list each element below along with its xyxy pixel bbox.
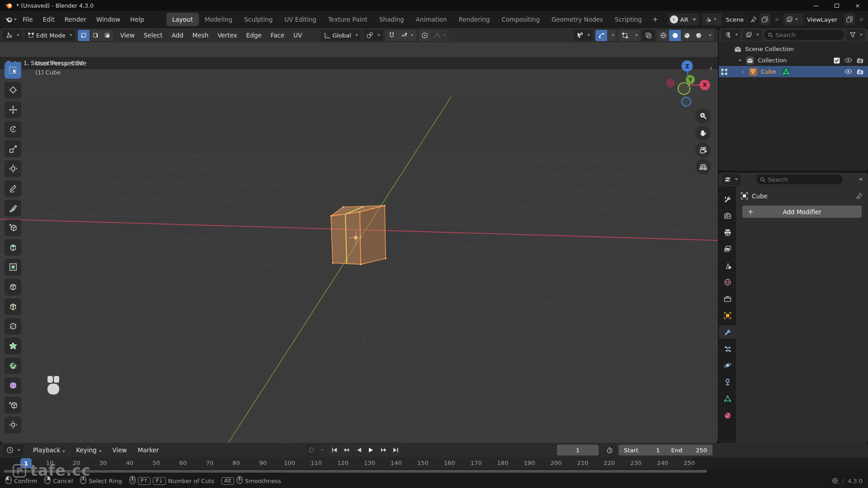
orthographic-toggle-button[interactable]: [695, 159, 711, 174]
proportional-falloff-button[interactable]: [431, 30, 449, 41]
rotate-tool-button[interactable]: [5, 121, 21, 138]
timeline-ruler[interactable]: 1020304050607080901001101201301401501601…: [0, 457, 868, 469]
view-layer-name[interactable]: ViewLayer: [803, 14, 841, 25]
main-menu-edit[interactable]: Edit: [38, 16, 60, 23]
workspace-tab-uv-editing[interactable]: UV Editing: [278, 11, 322, 28]
bevel-tool-button[interactable]: [5, 279, 21, 296]
play-button[interactable]: [365, 444, 377, 456]
loop-cut-tool-button[interactable]: [5, 298, 21, 315]
properties-tab-object[interactable]: [720, 309, 735, 323]
view-layer-selector[interactable]: ViewLayer: [783, 14, 841, 25]
workspace-tab-texture-paint[interactable]: Texture Paint: [322, 11, 373, 28]
properties-tab-collection[interactable]: [720, 292, 735, 306]
hide-eye-icon[interactable]: [844, 58, 852, 63]
auto-keying-chevron[interactable]: [321, 449, 324, 451]
gizmo-dropdown[interactable]: [607, 30, 616, 41]
transform-tool-button[interactable]: [5, 160, 21, 177]
rendered-shading-button[interactable]: [693, 30, 704, 41]
properties-search-input[interactable]: [768, 176, 839, 183]
properties-tab-object-data[interactable]: [720, 392, 735, 406]
knife-tool-button[interactable]: [5, 318, 21, 335]
outliner-filter-button[interactable]: [847, 29, 865, 41]
overlays-dropdown[interactable]: [631, 30, 640, 41]
vertex-select-button[interactable]: [78, 30, 90, 41]
scrollbar-thumb[interactable]: [4, 470, 707, 473]
timeline-menu-marker[interactable]: Marker: [132, 446, 165, 454]
workspace-tab-animation[interactable]: Animation: [410, 11, 453, 28]
network-globe-icon[interactable]: 1: [831, 478, 839, 484]
gizmo-neg-y-axis[interactable]: [678, 83, 690, 94]
properties-tab-particles[interactable]: [720, 342, 735, 356]
pin-icon[interactable]: [750, 16, 757, 23]
annotate-tool-button[interactable]: [5, 180, 21, 197]
show-overlays-button[interactable]: [619, 30, 631, 41]
workspace-tab-shading[interactable]: Shading: [373, 11, 410, 28]
new-view-layer-button[interactable]: [844, 14, 855, 25]
jump-to-start-button[interactable]: [329, 444, 341, 456]
selectability-visibility-dropdown[interactable]: [574, 30, 593, 41]
properties-tab-view-layer[interactable]: [720, 242, 735, 256]
auto-keying-button[interactable]: [306, 444, 317, 456]
viewport-menu-uv[interactable]: UV: [289, 32, 307, 39]
workspace-tab-scripting[interactable]: Scripting: [609, 11, 648, 28]
add-modifier-button[interactable]: + Add Modifier: [742, 206, 862, 218]
scene-switcher[interactable]: ‹ AR: [668, 14, 700, 25]
pan-button[interactable]: [695, 126, 711, 141]
camera-view-button[interactable]: [695, 142, 711, 158]
main-menu-render[interactable]: Render: [60, 16, 91, 23]
play-reverse-button[interactable]: [353, 444, 365, 456]
jump-to-end-button[interactable]: [390, 444, 402, 456]
show-gizmo-button[interactable]: [595, 30, 607, 41]
navigation-gizmo[interactable]: Y Z X: [656, 55, 718, 114]
proportional-edit-button[interactable]: [419, 30, 431, 41]
main-menu-help[interactable]: Help: [125, 16, 149, 23]
workspace-tab-rendering[interactable]: Rendering: [453, 11, 495, 28]
properties-tab-material[interactable]: [720, 408, 735, 422]
timeline-menu-playback[interactable]: Playback: [28, 446, 71, 454]
editor-type-button[interactable]: [3, 30, 22, 41]
outliner-search[interactable]: [764, 30, 844, 40]
edge-select-button[interactable]: [90, 30, 101, 41]
workspace-tab-modeling[interactable]: Modeling: [199, 11, 238, 28]
blender-menu-icon[interactable]: [5, 16, 13, 23]
poly-build-tool-button[interactable]: [5, 338, 21, 354]
expand-chevron-right-icon[interactable]: ›: [741, 69, 744, 75]
outliner-search-input[interactable]: [776, 32, 841, 38]
add-workspace-button[interactable]: +: [648, 15, 663, 23]
face-select-button[interactable]: [101, 30, 113, 41]
disable-render-camera-icon[interactable]: [857, 58, 863, 63]
move-tool-button[interactable]: [5, 101, 21, 118]
main-menu-window[interactable]: Window: [91, 16, 125, 23]
maximize-button[interactable]: [826, 0, 847, 11]
timeline-editor-type-button[interactable]: [4, 445, 23, 456]
cube-mesh[interactable]: [330, 205, 386, 265]
outliner-display-mode-button[interactable]: [743, 29, 762, 41]
sidebar-collapse-arrow[interactable]: ‹: [710, 64, 712, 72]
shrink-fatten-tool-button[interactable]: [5, 417, 21, 433]
workspace-tab-sculpting[interactable]: Sculpting: [238, 11, 278, 28]
properties-tab-constraints[interactable]: [720, 375, 735, 389]
wireframe-shading-button[interactable]: [657, 30, 669, 41]
viewport-menu-view[interactable]: View: [116, 32, 139, 39]
pivot-point-selector[interactable]: [363, 30, 383, 41]
viewport-menu-face[interactable]: Face: [266, 32, 289, 39]
outliner-row-cube[interactable]: › Cube: [719, 66, 868, 77]
properties-search[interactable]: [756, 174, 843, 184]
select-box-tool-button[interactable]: [5, 62, 21, 79]
extrude-region-tool-button[interactable]: [5, 239, 21, 256]
workspace-tab-layout[interactable]: Layout: [166, 13, 199, 26]
snap-target-button[interactable]: [398, 30, 416, 41]
viewport-menu-edge[interactable]: Edge: [242, 32, 266, 39]
next-keyframe-button[interactable]: [377, 444, 390, 456]
current-frame-field[interactable]: 1: [557, 445, 599, 455]
outliner-editor-type-button[interactable]: [722, 29, 741, 41]
properties-tab-physics[interactable]: [720, 359, 735, 372]
timeline-scrollbar[interactable]: [0, 469, 868, 474]
end-frame-field[interactable]: End 250: [666, 447, 713, 454]
start-frame-field[interactable]: Start 1: [618, 447, 665, 454]
timeline-menu-view[interactable]: View: [107, 446, 132, 454]
viewport-menu-add[interactable]: Add: [167, 32, 188, 39]
properties-tab-output[interactable]: [720, 226, 735, 239]
disable-render-camera-icon[interactable]: [857, 69, 863, 75]
viewport-menu-mesh[interactable]: Mesh: [188, 32, 213, 39]
